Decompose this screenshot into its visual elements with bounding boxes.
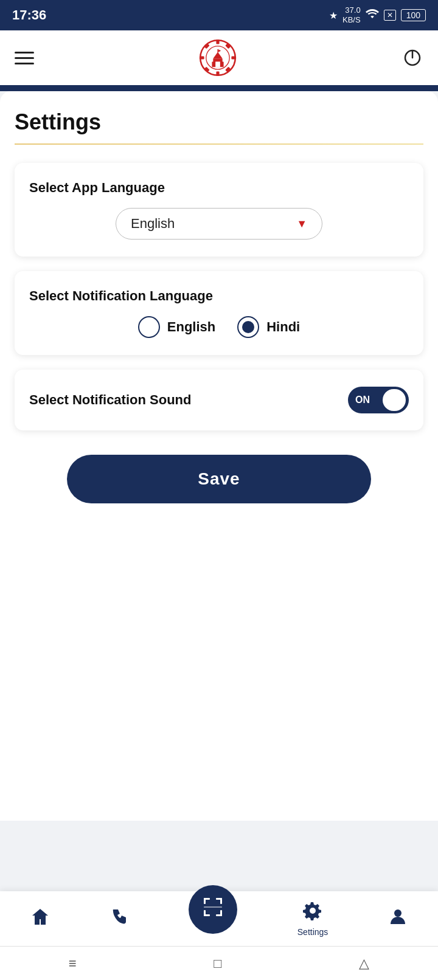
main-content: Settings Select App Language English ▼ S…	[0, 91, 438, 821]
notification-sound-label: Select Notification Sound	[29, 392, 191, 408]
network-speed: 37.0 KB/S	[342, 5, 361, 24]
svg-rect-14	[217, 49, 218, 52]
toggle-knob	[383, 389, 406, 411]
android-back-icon[interactable]: △	[359, 956, 369, 971]
status-icons: ★ 37.0 KB/S ✕ 100	[329, 5, 426, 24]
language-dropdown[interactable]: English ▼	[116, 208, 322, 240]
phone-icon	[110, 908, 128, 930]
svg-rect-23	[204, 910, 206, 916]
language-dropdown-wrapper: English ▼	[29, 208, 409, 240]
app-language-card: Select App Language English ▼	[15, 163, 423, 257]
notification-sound-card: Select Notification Sound ON	[15, 370, 423, 430]
selected-language: English	[131, 216, 175, 232]
battery-icon: 100	[401, 9, 426, 21]
android-home-icon[interactable]: □	[214, 956, 221, 971]
toggle-on-label: ON	[355, 395, 370, 405]
settings-icon	[303, 901, 322, 925]
notification-sound-toggle[interactable]: ON	[348, 387, 409, 413]
radio-circle-english	[138, 316, 160, 338]
bottom-nav: Settings	[0, 891, 438, 946]
radio-option-hindi[interactable]: Hindi	[237, 316, 300, 338]
wifi-icon	[366, 9, 379, 22]
svg-rect-21	[220, 898, 222, 904]
nav-phone[interactable]	[110, 908, 128, 930]
svg-point-27	[394, 909, 401, 917]
signal-icon: ✕	[384, 10, 396, 21]
notification-sound-row: Select Notification Sound ON	[29, 387, 409, 413]
scan-icon	[201, 895, 224, 923]
home-icon	[30, 907, 50, 931]
status-bar: 17:36 ★ 37.0 KB/S ✕ 100	[0, 0, 438, 30]
notification-language-radio-group: English Hindi	[29, 316, 409, 338]
radio-circle-hindi	[237, 316, 259, 338]
hamburger-menu[interactable]	[15, 52, 34, 64]
accent-divider	[0, 85, 438, 91]
nav-profile[interactable]	[388, 907, 408, 931]
svg-rect-4	[231, 56, 236, 59]
page-title: Settings	[15, 109, 423, 135]
notification-language-label: Select Notification Language	[29, 288, 409, 304]
nav-home[interactable]	[30, 907, 50, 931]
save-button-wrapper: Save	[15, 455, 423, 503]
radio-label-english: English	[167, 319, 215, 335]
android-nav: ≡ □ △	[0, 946, 438, 980]
power-button[interactable]	[401, 47, 423, 69]
svg-rect-3	[200, 56, 204, 59]
gold-divider	[15, 143, 423, 145]
svg-rect-26	[204, 907, 222, 908]
android-menu-icon[interactable]: ≡	[69, 956, 77, 971]
notification-language-card: Select Notification Language English Hin…	[15, 271, 423, 355]
radio-option-english[interactable]: English	[138, 316, 215, 338]
app-language-label: Select App Language	[29, 180, 409, 196]
profile-icon	[388, 907, 408, 931]
nav-settings[interactable]: Settings	[297, 901, 328, 937]
radio-label-hindi: Hindi	[266, 319, 300, 335]
svg-rect-2	[216, 71, 219, 76]
svg-rect-7	[204, 67, 210, 72]
app-logo	[196, 36, 239, 79]
svg-rect-13	[215, 61, 220, 67]
svg-rect-1	[216, 40, 219, 44]
svg-rect-19	[204, 898, 206, 904]
dropdown-arrow-icon: ▼	[296, 218, 307, 230]
top-nav	[0, 30, 438, 85]
save-button[interactable]: Save	[67, 455, 371, 503]
svg-rect-5	[204, 43, 210, 49]
status-time: 17:36	[12, 7, 46, 23]
settings-nav-label: Settings	[297, 927, 328, 937]
bluetooth-icon: ★	[329, 10, 338, 21]
svg-rect-25	[220, 910, 222, 916]
nav-scan[interactable]	[189, 885, 237, 934]
